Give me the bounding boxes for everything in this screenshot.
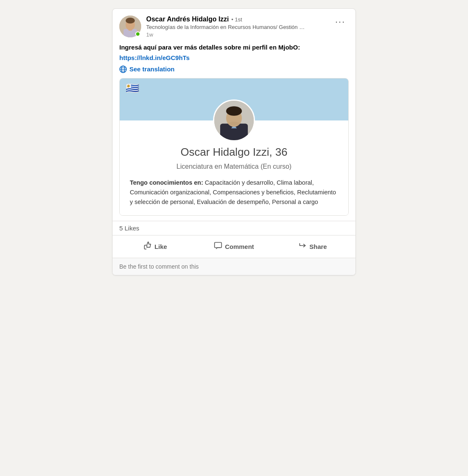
author-name: Oscar Andrés Hidalgo Izzi — [146, 16, 229, 23]
profile-avatar-wrap — [213, 99, 255, 141]
post-body: Ingresá aquí para ver más detalles sobre… — [113, 43, 355, 78]
share-label: Share — [309, 243, 327, 250]
comment-icon — [214, 241, 222, 252]
header-left: Oscar Andrés Hidalgo Izzi • 1st Tecnolog… — [119, 16, 306, 38]
profile-embed-card[interactable]: 🇺🇾 — [119, 78, 349, 216]
post-header: Oscar Andrés Hidalgo Izzi • 1st Tecnolog… — [113, 9, 355, 43]
connection-badge: • 1st — [231, 16, 242, 23]
profile-name: Oscar Hidalgo Izzi, 36 — [128, 146, 340, 159]
author-avatar-wrap — [119, 16, 141, 37]
svg-rect-17 — [215, 243, 222, 248]
like-label: Like — [155, 243, 167, 250]
comment-button[interactable]: Comment — [195, 237, 273, 256]
author-name-row: Oscar Andrés Hidalgo Izzi • 1st — [146, 16, 306, 23]
comment-area: Be the first to comment on this — [113, 258, 355, 275]
skills-label: Tengo conocimientos en: — [130, 179, 203, 186]
comment-label: Comment — [225, 243, 254, 250]
profile-degree: Licenciatura en Matemática (En curso) — [128, 163, 340, 170]
online-indicator — [135, 31, 140, 37]
see-translation-button[interactable]: See translation — [119, 65, 175, 73]
svg-point-4 — [126, 18, 135, 24]
post-time: 1w — [146, 31, 306, 38]
author-info: Oscar Andrés Hidalgo Izzi • 1st Tecnolog… — [146, 16, 306, 38]
profile-banner: 🇺🇾 — [120, 78, 348, 120]
uruguay-flag-icon: 🇺🇾 — [126, 83, 139, 94]
post-link[interactable]: https://lnkd.in/eGC9hTs — [119, 54, 349, 61]
like-button[interactable]: Like — [116, 237, 195, 256]
more-options-button[interactable]: ··· — [332, 16, 349, 28]
share-button[interactable]: Share — [273, 237, 352, 256]
author-subtitle: Tecnologías de la Información en Recurso… — [146, 24, 306, 31]
see-translation-label: See translation — [129, 65, 175, 73]
post-text: Ingresá aquí para ver más detalles sobre… — [119, 43, 349, 52]
share-icon — [298, 241, 307, 252]
profile-avatar-circle — [213, 99, 255, 141]
svg-point-16 — [229, 122, 239, 126]
post-card: Oscar Andrés Hidalgo Izzi • 1st Tecnolog… — [112, 8, 356, 275]
like-icon — [144, 241, 152, 252]
comment-placeholder: Be the first to comment on this — [119, 263, 199, 270]
globe-icon — [119, 65, 127, 73]
likes-count: 5 Likes — [113, 221, 355, 235]
actions-row: Like Comment Share — [113, 235, 355, 258]
profile-skills: Tengo conocimientos en: Capacitación y d… — [128, 178, 340, 207]
svg-point-15 — [226, 106, 242, 116]
